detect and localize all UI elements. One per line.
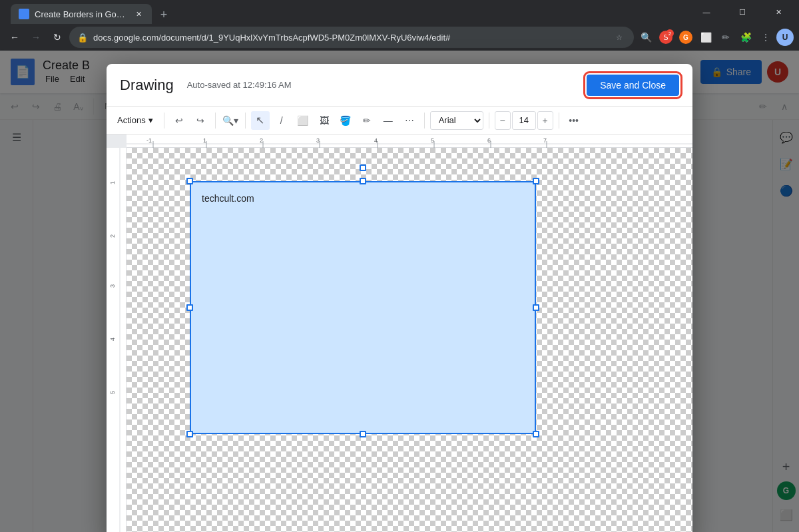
ruler-left: 1 2 3 4 5	[107, 148, 127, 532]
ruler-top-svg: -1 1 2 3 4 5 6 7	[127, 134, 692, 148]
address-bar-row: ← → ↻ 🔒 docs.google.com/document/d/1_9YU…	[0, 24, 799, 51]
rotation-handle[interactable]	[360, 164, 366, 171]
handle-bottom-left[interactable]	[186, 431, 193, 437]
border-dash-btn[interactable]: ⋯	[400, 111, 419, 130]
font-size-decrease-btn[interactable]: −	[495, 111, 511, 130]
bookmark-icon[interactable]: ☆	[613, 31, 626, 44]
svg-text:6: 6	[487, 137, 491, 144]
actions-button[interactable]: Actions	[112, 113, 158, 128]
docs-app: 📄 Create B File Edit 💬 🔒 Share U ↩ ↪ 🖨 A…	[0, 51, 799, 532]
address-bar[interactable]: 🔒 docs.google.com/document/d/1_9YUqHxlXv…	[69, 27, 634, 48]
handle-top-center[interactable]	[360, 178, 366, 184]
pen-icon[interactable]: ✏	[716, 28, 735, 47]
handle-middle-right[interactable]	[533, 304, 539, 311]
tab-favicon	[19, 9, 29, 19]
svg-text:-1: -1	[146, 137, 152, 144]
font-size-increase-btn[interactable]: +	[537, 111, 553, 130]
handle-bottom-right[interactable]	[533, 431, 539, 437]
reload-button[interactable]: ↻	[48, 28, 67, 47]
auto-saved-text: Auto-saved at 12:49:16 AM	[187, 80, 587, 90]
drawing-header: Drawing Auto-saved at 12:49:16 AM Save a…	[107, 64, 692, 107]
tab-title: Create Borders in Google Docs	[35, 9, 128, 19]
grammarly-icon[interactable]: G	[676, 28, 695, 47]
more-icon[interactable]: ⋮	[756, 28, 775, 47]
new-tab-button[interactable]: +	[154, 5, 173, 24]
svg-text:3: 3	[109, 284, 116, 288]
canvas-content[interactable]: techcult.com	[127, 148, 692, 532]
puzzle-icon[interactable]: 🧩	[736, 28, 755, 47]
tab-close-button[interactable]: ✕	[133, 9, 144, 19]
toolbar-sep-6	[559, 113, 559, 129]
toolbar-sep-4	[424, 113, 425, 129]
svg-text:3: 3	[316, 137, 320, 144]
drawing-canvas-area: -1 1 2 3 4 5 6 7	[107, 134, 692, 532]
svg-text:2: 2	[260, 137, 263, 144]
rect-text-content[interactable]: techcult.com	[202, 193, 254, 204]
browser-right-icons: 🔍 S 2 G ⬜ ✏ 🧩 ⋮ U	[637, 28, 794, 47]
selected-rect-container[interactable]: techcult.com	[190, 181, 536, 434]
toolbar-sep-2	[215, 113, 216, 129]
font-size-area: − +	[495, 111, 553, 130]
svg-text:1: 1	[203, 137, 206, 144]
extensions-red-icon[interactable]: S 2	[657, 28, 675, 47]
save-close-button[interactable]: Save and Close	[587, 75, 679, 96]
svg-text:2: 2	[109, 234, 116, 238]
actions-chevron-icon	[148, 115, 153, 125]
url-text: docs.google.com/document/d/1_9YUqHxlXvYm…	[93, 33, 607, 43]
title-bar: Create Borders in Google Docs ✕ + — ☐ ✕	[0, 0, 799, 24]
selected-rectangle[interactable]: techcult.com	[190, 181, 536, 434]
handle-top-left[interactable]	[186, 178, 193, 184]
svg-text:4: 4	[374, 137, 378, 144]
drawing-zoom-btn[interactable]: 🔍	[221, 111, 240, 130]
drawing-dialog: Drawing Auto-saved at 12:49:16 AM Save a…	[107, 64, 692, 532]
handle-middle-left[interactable]	[186, 304, 193, 311]
actions-label: Actions	[117, 115, 146, 125]
screen-share-icon[interactable]: ⬜	[696, 28, 715, 47]
line-tool-btn[interactable]: /	[272, 111, 291, 130]
drawing-redo-btn[interactable]: ↪	[191, 111, 210, 130]
drawing-title: Drawing	[120, 77, 174, 94]
svg-text:1: 1	[109, 181, 116, 184]
maximize-button[interactable]: ☐	[727, 1, 758, 23]
extensions-badge: 2	[666, 29, 674, 37]
drawing-overlay: Drawing Auto-saved at 12:49:16 AM Save a…	[0, 51, 799, 532]
svg-text:4: 4	[109, 338, 116, 341]
search-icon[interactable]: 🔍	[637, 28, 655, 47]
back-button[interactable]: ←	[5, 28, 24, 47]
toolbar-sep-3	[245, 113, 246, 129]
fill-color-btn[interactable]: 🪣	[336, 111, 355, 130]
drawing-undo-btn[interactable]: ↩	[170, 111, 188, 130]
handle-bottom-center[interactable]	[360, 431, 366, 437]
user-avatar[interactable]: U	[776, 29, 794, 46]
address-icons: ☆	[613, 31, 626, 44]
ruler-left-svg: 1 2 3 4 5	[107, 148, 127, 532]
shape-icon: ⬜	[297, 115, 308, 126]
font-size-input[interactable]	[512, 111, 536, 130]
close-button[interactable]: ✕	[763, 1, 794, 23]
image-insert-btn[interactable]: 🖼	[315, 111, 334, 130]
svg-text:5: 5	[109, 391, 116, 394]
active-tab[interactable]: Create Borders in Google Docs ✕	[11, 4, 152, 24]
toolbar-sep-5	[489, 113, 489, 129]
line-color-btn[interactable]: ✏	[358, 111, 376, 130]
more-drawing-options-btn[interactable]: •••	[565, 111, 583, 130]
window-controls: — ☐ ✕	[691, 1, 794, 23]
toolbar-sep-1	[164, 113, 164, 129]
shape-tool-btn[interactable]: ⬜	[294, 111, 312, 130]
border-weight-btn[interactable]: —	[379, 111, 398, 130]
minimize-button[interactable]: —	[691, 1, 722, 23]
zoom-chevron-icon	[234, 115, 238, 126]
forward-button[interactable]: →	[27, 28, 45, 47]
select-tool-btn[interactable]: ↖	[251, 111, 270, 130]
handle-top-right[interactable]	[533, 178, 539, 184]
ruler-top: -1 1 2 3 4 5 6 7	[127, 134, 692, 148]
svg-text:5: 5	[431, 137, 434, 144]
svg-text:7: 7	[543, 137, 547, 144]
font-select[interactable]: Arial	[430, 111, 483, 130]
drawing-toolbar: Actions ↩ ↪ 🔍 ↖ / ⬜ 🖼	[107, 107, 692, 134]
